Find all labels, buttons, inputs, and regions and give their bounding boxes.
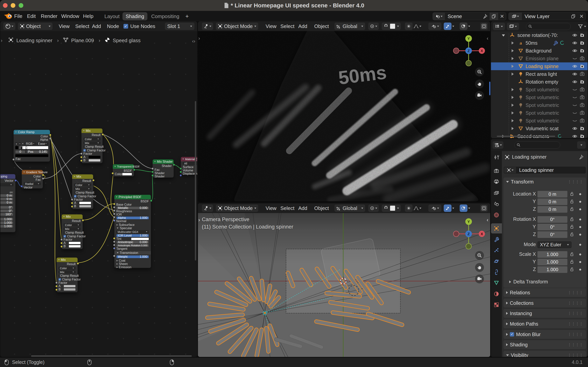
svg-text:X: X — [481, 232, 483, 236]
svg-text:Z: Z — [467, 232, 470, 236]
svg-text:Y: Y — [467, 220, 470, 224]
svg-text:Z: Z — [467, 49, 470, 53]
svg-text:a: a — [520, 41, 522, 45]
svg-text:X: X — [481, 49, 483, 53]
svg-text:Y: Y — [467, 37, 470, 41]
